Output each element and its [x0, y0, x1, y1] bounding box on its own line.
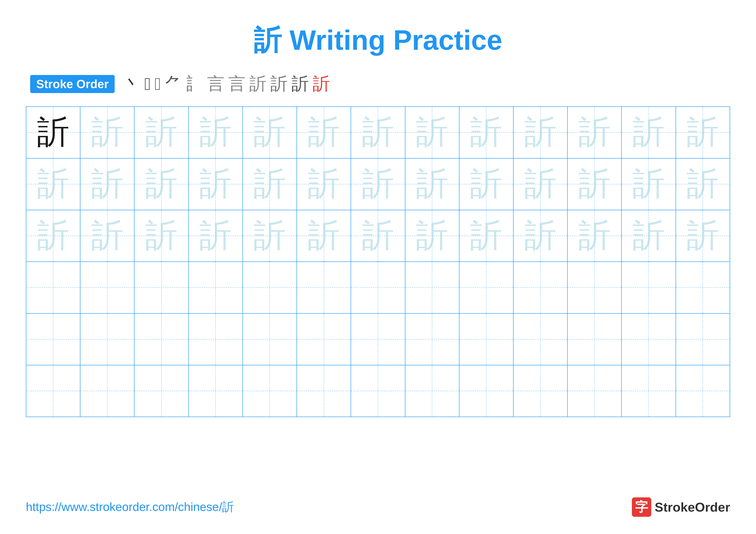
character-light: 訢 — [91, 114, 123, 150]
grid-cell — [459, 262, 513, 314]
character-light: 訢 — [633, 166, 665, 202]
grid-cell — [567, 262, 622, 314]
character-light: 訢 — [37, 166, 69, 202]
grid-cell: 訢 — [26, 158, 80, 210]
character-light: 訢 — [524, 217, 557, 253]
grid-cell: 訢 — [622, 210, 676, 262]
practice-grid: 訢 訢 訢 訢 訢 訢 訢 訢 訢 訢 訢 訢 訢 訢 訢 訢 訢 訢 訢 訢 … — [26, 106, 730, 417]
grid-cell: 訢 — [459, 210, 513, 262]
grid-cell — [405, 314, 459, 365]
grid-cell: 訢 — [26, 107, 80, 158]
footer: https://www.strokeorder.com/chinese/訢 字 … — [26, 497, 730, 517]
grid-cell: 訢 — [189, 107, 243, 158]
footer-url: https://www.strokeorder.com/chinese/訢 — [26, 499, 234, 515]
stroke-order-row: Stroke Order 丶 𠃍 𠄌 ⺈ 訁 言 言 訢 訢 訢 訢 — [26, 72, 730, 96]
character-light: 訢 — [308, 217, 340, 253]
grid-cell: 訢 — [405, 158, 459, 210]
character-light: 訢 — [633, 217, 665, 253]
stroke-1: 丶 — [123, 72, 141, 96]
stroke-10: 訢 — [292, 72, 309, 96]
character-light: 訢 — [199, 166, 232, 202]
character-light: 訢 — [362, 166, 394, 202]
grid-cell — [351, 262, 405, 314]
grid-cell — [567, 365, 622, 417]
grid-cell: 訢 — [297, 158, 351, 210]
character-light: 訢 — [199, 114, 232, 150]
grid-cell: 訢 — [189, 158, 243, 210]
character-light: 訢 — [91, 217, 123, 253]
grid-cell — [351, 365, 405, 417]
stroke-11: 訢 — [313, 72, 330, 96]
grid-cell — [243, 365, 297, 417]
character-light: 訢 — [416, 114, 448, 150]
grid-cell — [405, 365, 459, 417]
grid-cell: 訢 — [622, 107, 676, 158]
character-light: 訢 — [145, 166, 177, 202]
grid-row-4 — [26, 262, 730, 314]
strokeorder-icon: 字 — [632, 497, 651, 517]
grid-cell — [243, 262, 297, 314]
grid-cell: 訢 — [351, 210, 405, 262]
page-title: 訢 Writing Practice — [254, 21, 502, 60]
grid-cell: 訢 — [567, 107, 622, 158]
grid-cell — [459, 365, 513, 417]
grid-cell — [134, 262, 188, 314]
grid-cell: 訢 — [134, 158, 188, 210]
character-dark: 訢 — [37, 114, 69, 150]
grid-cell — [189, 262, 243, 314]
grid-row-1: 訢 訢 訢 訢 訢 訢 訢 訢 訢 訢 訢 訢 訢 — [26, 107, 730, 158]
grid-cell: 訢 — [567, 158, 622, 210]
grid-cell — [459, 314, 513, 365]
page: 訢 Writing Practice Stroke Order 丶 𠃍 𠄌 ⺈ … — [0, 0, 756, 534]
grid-row-3: 訢 訢 訢 訢 訢 訢 訢 訢 訢 訢 訢 訢 訢 — [26, 210, 730, 262]
grid-cell — [622, 262, 676, 314]
character-light: 訢 — [254, 166, 286, 202]
grid-cell: 訢 — [243, 107, 297, 158]
grid-cell — [567, 314, 622, 365]
grid-cell — [676, 314, 730, 365]
grid-cell: 訢 — [676, 158, 730, 210]
character-light: 訢 — [579, 217, 611, 253]
grid-cell: 訢 — [513, 210, 567, 262]
grid-cell: 訢 — [676, 210, 730, 262]
grid-cell — [134, 314, 188, 365]
grid-row-2: 訢 訢 訢 訢 訢 訢 訢 訢 訢 訢 訢 訢 訢 — [26, 158, 730, 210]
grid-cell — [513, 365, 567, 417]
grid-cell: 訢 — [513, 158, 567, 210]
stroke-4: ⺈ — [165, 72, 182, 96]
character-light: 訢 — [145, 114, 177, 150]
character-light: 訢 — [308, 166, 340, 202]
character-light: 訢 — [579, 114, 611, 150]
character-light: 訢 — [37, 217, 69, 253]
grid-cell — [243, 314, 297, 365]
grid-cell: 訢 — [351, 158, 405, 210]
stroke-5: 訁 — [186, 72, 203, 96]
grid-cell — [622, 365, 676, 417]
stroke-6: 言 — [207, 72, 224, 96]
character-light: 訢 — [145, 217, 177, 253]
character-light: 訢 — [254, 217, 286, 253]
grid-cell: 訢 — [513, 107, 567, 158]
grid-cell: 訢 — [80, 107, 134, 158]
stroke-9: 訢 — [270, 72, 288, 96]
character-light: 訢 — [470, 166, 502, 202]
grid-cell — [676, 365, 730, 417]
grid-cell: 訢 — [459, 158, 513, 210]
grid-cell: 訢 — [297, 107, 351, 158]
character-light: 訢 — [416, 166, 448, 202]
character-light: 訢 — [524, 166, 557, 202]
stroke-7: 言 — [228, 72, 245, 96]
grid-cell: 訢 — [351, 107, 405, 158]
grid-cell: 訢 — [297, 210, 351, 262]
grid-cell — [297, 262, 351, 314]
character-light: 訢 — [199, 217, 232, 253]
stroke-3: 𠄌 — [154, 74, 161, 94]
grid-cell — [134, 365, 188, 417]
grid-cell: 訢 — [80, 158, 134, 210]
character-light: 訢 — [416, 217, 448, 253]
grid-cell: 訢 — [622, 158, 676, 210]
character-light: 訢 — [470, 114, 502, 150]
grid-cell — [405, 262, 459, 314]
grid-cell — [513, 262, 567, 314]
grid-cell — [189, 365, 243, 417]
